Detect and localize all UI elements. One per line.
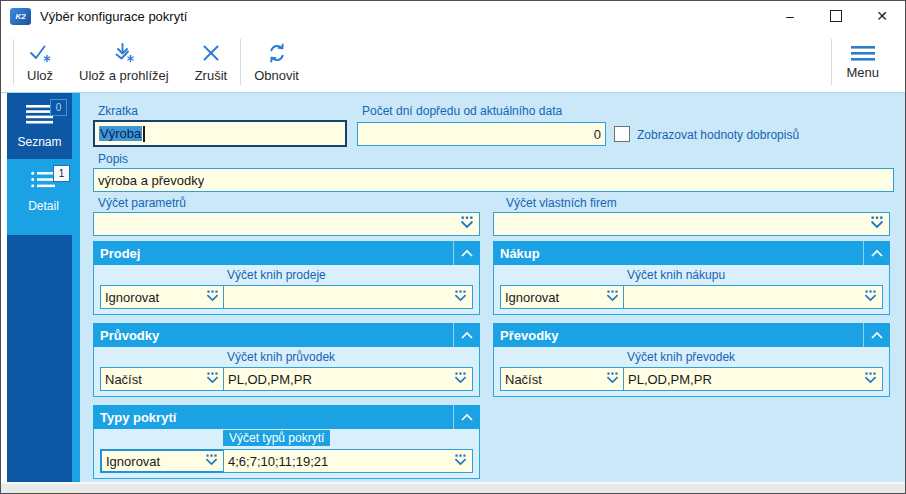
zkratka-input[interactable]: Výroba — [93, 120, 347, 147]
sidebar-item-seznam-label: Seznam — [17, 135, 61, 149]
list-lines-icon — [26, 110, 53, 127]
group-pruvodky-body: Načíst Výčet knih průvodek PL,OD,PM,PR — [93, 347, 480, 397]
group-nakup-title: Nákup — [500, 246, 540, 261]
close-button[interactable]: ✕ — [859, 1, 905, 31]
vycet-firem-combo[interactable] — [493, 212, 890, 236]
collapse-button[interactable] — [453, 323, 480, 347]
nakup-books-combo[interactable] — [623, 285, 883, 309]
nakup-mode-select[interactable]: Ignorovat — [500, 285, 625, 309]
detail-form: Zkratka Výroba Počet dní dopředu od aktu… — [80, 93, 905, 482]
group-nakup: Nákup Ignorovat Výčet knih nákupu — [493, 241, 890, 315]
prodej-books-combo[interactable] — [223, 285, 473, 309]
group-prodej-title: Prodej — [100, 246, 140, 261]
prevodky-books-combo[interactable]: PL,OD,PM,PR — [623, 367, 883, 391]
group-prodej-body: Ignorovat Výčet knih prodeje — [93, 265, 480, 315]
collapse-button[interactable] — [453, 241, 480, 265]
pocet-dni-input[interactable]: 0 — [357, 122, 606, 146]
prevodky-mode-value: Načíst — [505, 372, 542, 387]
app-window: K2 Výběr konfigurace pokrytí – ✕ Ulož — [0, 0, 906, 494]
group-prodej-header: Prodej — [93, 241, 480, 265]
typy-pokryti-books-combo[interactable]: 4;6;7;10;11;19;21 — [223, 449, 473, 473]
seznam-count-badge: 0 — [50, 99, 67, 116]
group-pruvodky-title: Průvodky — [100, 328, 159, 343]
dropdown-list-icon — [863, 372, 878, 387]
dobropisy-checkbox-label: Zobrazovat hodnoty dobropisů — [637, 128, 799, 142]
vycet-parametru-combo[interactable] — [93, 212, 480, 236]
group-prevodky-header: Převodky — [493, 323, 890, 347]
save-button[interactable]: Ulož — [14, 34, 66, 90]
nakup-books-label: Výčet knih nákupu — [627, 268, 725, 282]
dropdown-list-icon — [605, 290, 620, 305]
bottom-resize-strip — [1, 482, 905, 494]
dropdown-list-icon — [459, 216, 475, 232]
dropdown-list-icon — [205, 372, 220, 387]
pruvodky-books-label: Výčet knih průvodek — [227, 350, 335, 364]
minimize-icon: – — [786, 8, 794, 24]
group-prodej: Prodej Ignorovat Výčet knih prodeje — [93, 241, 480, 315]
pocet-dni-value: 0 — [594, 127, 601, 142]
group-pruvodky: Průvodky Načíst Výčet knih průvodek PL,O… — [93, 323, 480, 397]
cancel-button[interactable]: Zrušit — [182, 34, 241, 90]
pruvodky-mode-value: Načíst — [105, 372, 142, 387]
popis-value: výroba a převodky — [98, 173, 204, 188]
dropdown-list-icon — [453, 290, 468, 305]
save-and-view-button[interactable]: Ulož a prohlížej — [66, 34, 182, 90]
collapse-button[interactable] — [863, 323, 890, 347]
window-title: Výběr konfigurace pokrytí — [40, 9, 187, 24]
sidebar-item-detail-label: Detail — [28, 199, 59, 213]
pruvodky-mode-select[interactable]: Načíst — [100, 367, 225, 391]
group-typy-pokryti-title: Typy pokrytí — [100, 410, 176, 425]
vycet-firem-label: Výčet vlastních firem — [506, 196, 617, 210]
popis-input[interactable]: výroba a převodky — [93, 168, 894, 192]
dobropisy-checkbox[interactable] — [614, 126, 630, 142]
refresh-button[interactable]: Obnovit — [241, 34, 312, 90]
nakup-mode-value: Ignorovat — [505, 290, 559, 305]
group-nakup-body: Ignorovat Výčet knih nákupu — [493, 265, 890, 315]
zkratka-label: Zkratka — [98, 104, 138, 118]
save-check-icon — [28, 41, 52, 65]
dropdown-list-icon — [453, 454, 468, 469]
typy-pokryti-mode-select[interactable]: Ignorovat — [100, 449, 225, 473]
collapse-button[interactable] — [453, 405, 480, 429]
cancel-x-icon — [199, 41, 223, 65]
hamburger-menu-icon — [850, 44, 876, 62]
text-caret — [143, 126, 145, 142]
maximize-button[interactable] — [813, 1, 859, 31]
save-and-view-icon — [112, 41, 136, 65]
typy-pokryti-books-value: 4;6;7;10;11;19;21 — [228, 454, 328, 469]
refresh-icon — [265, 41, 289, 65]
prevodky-mode-select[interactable]: Načíst — [500, 367, 625, 391]
pocet-dni-label: Počet dní dopředu od aktuálního data — [362, 104, 562, 118]
dropdown-list-icon — [453, 372, 468, 387]
sidebar-accent-strip — [72, 93, 80, 482]
save-and-view-button-label: Ulož a prohlížej — [79, 68, 169, 83]
group-typy-pokryti-body: Ignorovat Výčet typů pokrytí 4;6;7;10;11… — [93, 429, 480, 479]
menu-button[interactable]: Menu — [832, 34, 893, 90]
pruvodky-books-combo[interactable]: PL,OD,PM,PR — [223, 367, 473, 391]
prodej-mode-select[interactable]: Ignorovat — [100, 285, 225, 309]
sidebar-item-seznam[interactable]: 0 Seznam — [7, 93, 72, 159]
sidebar-item-detail[interactable]: 1 Detail — [7, 159, 80, 235]
dropdown-list-icon — [605, 372, 620, 387]
dropdown-list-icon — [863, 290, 878, 305]
save-button-label: Ulož — [27, 68, 53, 83]
pruvodky-books-value: PL,OD,PM,PR — [228, 372, 312, 387]
typy-pokryti-mode-value: Ignorovat — [106, 454, 160, 469]
prodej-books-label: Výčet knih prodeje — [227, 268, 326, 282]
popis-label: Popis — [98, 152, 128, 166]
group-typy-pokryti-header: Typy pokrytí — [93, 405, 480, 429]
title-bar: K2 Výběr konfigurace pokrytí – ✕ — [1, 1, 905, 31]
prevodky-books-value: PL,OD,PM,PR — [628, 372, 712, 387]
dropdown-list-icon — [205, 290, 220, 305]
app-logo-icon: K2 — [10, 8, 31, 25]
group-prevodky: Převodky Načíst Výčet knih převodek PL,O… — [493, 323, 890, 397]
collapse-button[interactable] — [863, 241, 890, 265]
minimize-button[interactable]: – — [767, 1, 813, 31]
maximize-icon — [830, 10, 842, 22]
group-nakup-header: Nákup — [493, 241, 890, 265]
prevodky-books-label: Výčet knih převodek — [627, 350, 735, 364]
vycet-parametru-label: Výčet parametrů — [98, 196, 186, 210]
close-icon: ✕ — [876, 8, 888, 24]
dropdown-list-icon — [869, 216, 885, 232]
zkratka-value: Výroba — [99, 126, 142, 141]
